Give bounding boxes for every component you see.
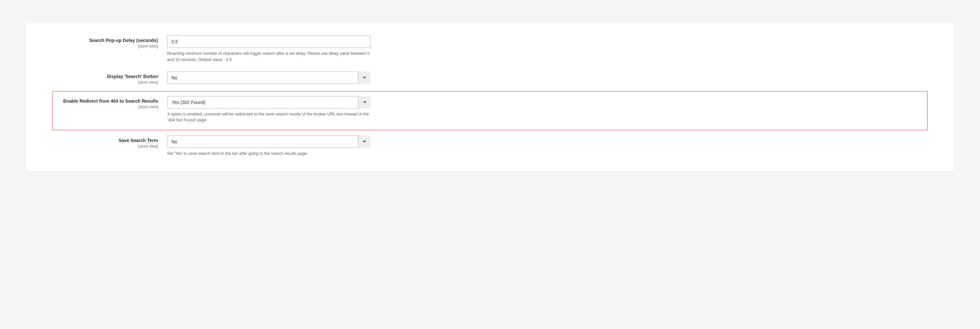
label-col: Search Pop-up Delay (seconds) [store vie… [56, 35, 167, 48]
redirect-404-help: If option is enabled, customer will be r… [167, 111, 371, 124]
redirect-404-label: Enable Redirect from 404 to Search Resul… [63, 98, 158, 104]
scope-label: [store view] [56, 44, 158, 48]
control-col: Yes (302 Found) If option is enabled, cu… [167, 96, 371, 124]
select-wrap: No [167, 136, 371, 148]
field-popup-delay: Search Pop-up Delay (seconds) [store vie… [56, 32, 924, 68]
control-col: Reaching minimum number of characters wi… [167, 35, 371, 63]
save-search-term-help: Set 'Yes' to save search term in the bar… [167, 150, 371, 157]
scope-label: [store view] [56, 80, 158, 85]
field-save-search-term: Save Search Term [store view] No Set 'Ye… [56, 132, 924, 162]
scope-label: [store view] [56, 144, 158, 149]
save-search-term-label: Save Search Term [119, 138, 158, 143]
control-col: No [167, 72, 371, 84]
redirect-404-select[interactable]: Yes (302 Found) [167, 96, 371, 109]
scope-label: [store view] [56, 105, 158, 109]
field-display-search-button: Display 'Search' Button [store view] No [56, 68, 924, 90]
settings-panel: Search Pop-up Delay (seconds) [store vie… [26, 23, 954, 171]
popup-delay-input[interactable] [167, 35, 371, 48]
label-col: Save Search Term [store view] [56, 136, 167, 149]
control-col: No Set 'Yes' to save search term in the … [167, 136, 371, 157]
select-wrap: Yes (302 Found) [167, 96, 371, 109]
field-redirect-404: Enable Redirect from 404 to Search Resul… [52, 91, 928, 131]
label-col: Display 'Search' Button [store view] [56, 72, 167, 85]
display-search-button-select[interactable]: No [167, 72, 371, 84]
label-col: Enable Redirect from 404 to Search Resul… [56, 96, 167, 109]
save-search-term-select[interactable]: No [167, 136, 371, 148]
popup-delay-help: Reaching minimum number of characters wi… [167, 51, 371, 63]
popup-delay-label: Search Pop-up Delay (seconds) [89, 38, 158, 43]
display-search-button-label: Display 'Search' Button [107, 74, 158, 79]
select-wrap: No [167, 72, 371, 84]
